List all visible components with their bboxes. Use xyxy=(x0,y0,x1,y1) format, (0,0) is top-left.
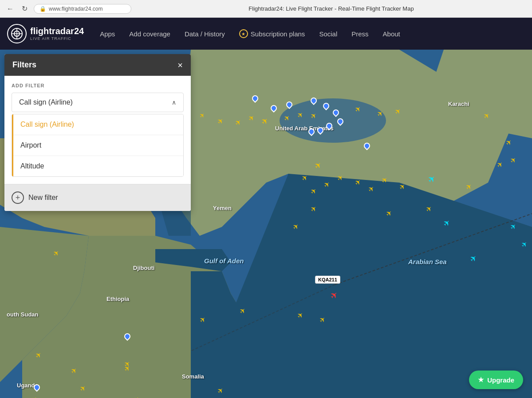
nav-item-subscription[interactable]: ★ Subscription plans xyxy=(232,18,312,50)
page-title: Flightradar24: Live Flight Tracker - Rea… xyxy=(136,5,527,12)
dropdown-selected-value: Call sign (Airline) xyxy=(19,98,73,106)
upgrade-label: Upgrade xyxy=(487,376,514,384)
back-button[interactable]: ← xyxy=(5,4,15,14)
chevron-up-icon: ∧ xyxy=(172,99,176,106)
upgrade-button[interactable]: ★ Upgrade xyxy=(469,371,523,389)
nav-item-apps[interactable]: Apps xyxy=(93,18,122,50)
map-area: United Arab Emirates Yemen Ethiopia Soma… xyxy=(0,50,532,398)
filter-close-button[interactable]: × xyxy=(177,61,183,70)
logo[interactable]: flightradar24 LIVE AIR TRAFFIC xyxy=(7,24,84,43)
nav-item-about[interactable]: About xyxy=(376,18,407,50)
nav-item-data-history[interactable]: Data / History xyxy=(177,18,232,50)
main-nav: flightradar24 LIVE AIR TRAFFIC Apps Add … xyxy=(0,18,532,50)
nav-item-add-coverage[interactable]: Add coverage xyxy=(122,18,177,50)
subscription-icon: ★ xyxy=(239,29,248,38)
filter-header: Filters × xyxy=(4,54,191,76)
dropdown-list: Call sign (Airline) Airport Altitude xyxy=(12,114,184,177)
svg-point-11 xyxy=(280,98,386,143)
subscription-label: Subscription plans xyxy=(251,30,305,38)
filter-type-dropdown[interactable]: Call sign (Airline) ∧ xyxy=(12,93,184,112)
logo-text-area: flightradar24 LIVE AIR TRAFFIC xyxy=(30,27,84,41)
logo-icon xyxy=(7,24,27,43)
filter-panel: Filters × ADD FILTER Call sign (Airline)… xyxy=(4,54,191,211)
new-filter-plus-icon: + xyxy=(12,191,24,204)
logo-sub: LIVE AIR TRAFFIC xyxy=(30,36,84,41)
dropdown-option-altitude[interactable]: Altitude xyxy=(13,156,183,176)
dropdown-option-callsign[interactable]: Call sign (Airline) xyxy=(13,114,183,135)
add-filter-label: ADD FILTER xyxy=(12,83,184,88)
upgrade-icon: ★ xyxy=(478,376,484,384)
filter-title: Filters xyxy=(12,60,36,70)
logo-text: flightradar24 xyxy=(30,27,84,35)
new-filter-button[interactable]: + New filter xyxy=(4,184,191,211)
url-text: www.flightradar24.com xyxy=(49,6,102,12)
refresh-button[interactable]: ↻ xyxy=(20,4,29,14)
new-filter-label: New filter xyxy=(28,194,58,202)
flight-label-kqa211: KQA211 xyxy=(315,276,340,284)
browser-chrome: ← ↻ 🔒 www.flightradar24.com Flightradar2… xyxy=(0,0,532,18)
dropdown-list-inner: Call sign (Airline) Airport Altitude xyxy=(12,114,183,176)
nav-item-press[interactable]: Press xyxy=(344,18,375,50)
dropdown-option-airport[interactable]: Airport xyxy=(13,135,183,156)
url-bar[interactable]: 🔒 www.flightradar24.com xyxy=(34,4,131,14)
filter-body: ADD FILTER Call sign (Airline) ∧ Call si… xyxy=(4,76,191,184)
lock-icon: 🔒 xyxy=(39,6,46,12)
nav-item-social[interactable]: Social xyxy=(312,18,344,50)
